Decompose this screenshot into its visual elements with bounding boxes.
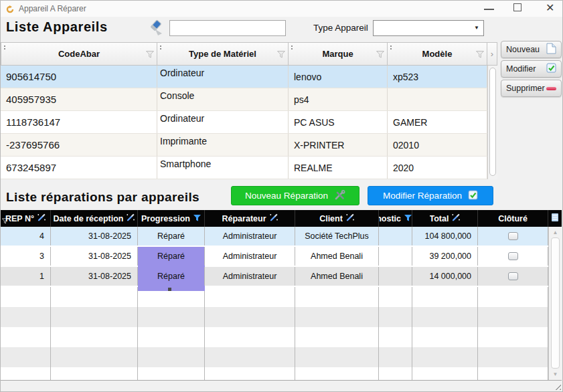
reparation-row[interactable]: 3 31-08-2025 Réparé Administrateur Ahmed… bbox=[1, 247, 562, 267]
edit-pencil-icon bbox=[452, 213, 460, 223]
column-header-total[interactable]: Total bbox=[412, 210, 478, 227]
appareil-row-selected[interactable]: 905614750 Ordinateur lenovo xp523 bbox=[1, 66, 497, 88]
close-icon[interactable]: ✕ bbox=[546, 2, 554, 14]
appareils-vertical-scrollbar[interactable] bbox=[487, 66, 497, 179]
column-header-client[interactable]: Client bbox=[295, 210, 379, 227]
column-label: Marque bbox=[322, 49, 353, 59]
cell-diagnostic[interactable] bbox=[379, 227, 412, 246]
appareil-row[interactable]: 1118736147 Ordinateur PC ASUS GAMER bbox=[1, 111, 497, 134]
column-header-modele[interactable]: Modèle bbox=[388, 42, 487, 66]
filter-funnel-icon[interactable] bbox=[146, 50, 154, 60]
cell-selection-extension bbox=[138, 287, 205, 291]
cell-date-reception[interactable]: 31-08-2025 bbox=[51, 227, 138, 246]
cell-date-reception[interactable]: 31-08-2025 bbox=[51, 247, 138, 266]
column-header-progression[interactable]: Progression bbox=[138, 210, 205, 227]
scrollbar-thumb[interactable] bbox=[551, 237, 560, 369]
appareil-row[interactable]: -237695766 Imprimante X-PRINTER 02010 bbox=[1, 134, 497, 157]
appareil-row[interactable]: 405957935 Console ps4 bbox=[1, 88, 497, 111]
column-header-marque[interactable]: Marque bbox=[289, 42, 388, 66]
column-header-codeabar[interactable]: CodeAbar bbox=[1, 42, 157, 66]
reparations-vertical-scrollbar[interactable]: ▲ ▼ bbox=[548, 227, 562, 380]
title-bar[interactable]: Appareil A Réparer ✕ bbox=[1, 1, 562, 17]
nouveau-reparation-button[interactable]: Nouveau Réparation bbox=[231, 186, 359, 205]
filter-funnel-icon[interactable] bbox=[376, 50, 384, 60]
cell-client[interactable]: Ahmed Benali bbox=[295, 267, 379, 286]
column-header-rep-no[interactable]: REP N° bbox=[1, 210, 51, 227]
cell-progression-selected[interactable]: Réparé bbox=[138, 247, 205, 266]
drag-handle-icon bbox=[390, 45, 392, 47]
cell-marque: ps4 bbox=[289, 88, 388, 110]
edit-checklist-icon bbox=[546, 63, 556, 75]
cell-reparateur[interactable]: Administrateur bbox=[205, 247, 295, 266]
button-label: Modifier bbox=[506, 64, 536, 74]
filter-funnel-icon-active[interactable] bbox=[193, 214, 201, 223]
barcode-scanner-icon bbox=[147, 18, 165, 39]
search-input[interactable] bbox=[169, 20, 286, 36]
type-appareil-label: Type Appareil bbox=[313, 23, 368, 33]
column-header-type-materiel[interactable]: Type de Matériel bbox=[157, 42, 289, 66]
cell-cloture[interactable] bbox=[478, 227, 548, 246]
cloture-checkbox[interactable] bbox=[508, 232, 518, 240]
column-label: Réparateur bbox=[222, 214, 266, 223]
column-chooser-button[interactable] bbox=[548, 210, 562, 227]
app-icon bbox=[6, 4, 14, 16]
edit-pencil-icon bbox=[127, 213, 135, 223]
cell-client[interactable]: Société TechPlus bbox=[295, 227, 379, 246]
window-resize-grip[interactable] bbox=[554, 383, 561, 390]
fill-handle[interactable] bbox=[168, 288, 171, 291]
delete-minus-icon bbox=[546, 87, 556, 90]
edit-pencil-icon bbox=[270, 213, 278, 223]
reparation-row[interactable]: 1 31-08-2025 Réparé Administrateur Ahmed… bbox=[1, 267, 562, 287]
cell-client[interactable]: Ahmed Benali bbox=[295, 247, 379, 266]
cell-progression[interactable]: Réparé bbox=[138, 227, 205, 246]
grid-options-button[interactable]: › bbox=[487, 42, 497, 66]
cell-total[interactable]: 39 200,000 bbox=[412, 247, 478, 266]
column-header-diagnostic[interactable]: Diagnostic bbox=[379, 210, 412, 227]
cell-cloture[interactable] bbox=[478, 267, 548, 286]
cell-reparateur[interactable]: Administrateur bbox=[205, 267, 295, 286]
cell-progression-selected[interactable]: Réparé bbox=[138, 267, 205, 286]
edit-pencil-icon bbox=[346, 213, 354, 223]
cell-type: Smartphone bbox=[157, 157, 289, 179]
column-header-reparateur[interactable]: Réparateur bbox=[205, 210, 295, 227]
minimize-icon[interactable] bbox=[484, 9, 494, 10]
drag-handle-icon bbox=[4, 45, 5, 47]
reparations-grid-header: REP N° Date de réception Progression Rép… bbox=[1, 210, 562, 227]
edit-pencil-icon bbox=[37, 213, 46, 223]
scroll-up-icon[interactable]: ▲ bbox=[549, 229, 562, 235]
cell-total[interactable]: 14 000,000 bbox=[412, 267, 478, 286]
column-chooser-icon bbox=[552, 213, 558, 223]
maximize-icon[interactable] bbox=[513, 3, 521, 11]
cell-codeabar: -237695766 bbox=[1, 134, 157, 156]
cell-rep-no[interactable]: 4 bbox=[1, 227, 51, 246]
cell-reparateur[interactable]: Administrateur bbox=[205, 227, 295, 246]
appareils-grid: CodeAbar Type de Matériel Marque bbox=[1, 42, 497, 179]
scroll-down-icon[interactable]: ▼ bbox=[549, 371, 562, 377]
button-label: Modifier Réparation bbox=[383, 191, 462, 201]
cell-date-reception[interactable]: 31-08-2025 bbox=[51, 267, 138, 286]
appareil-row[interactable]: 673245897 Smartphone REALME 2020 bbox=[1, 157, 497, 179]
cell-modele bbox=[388, 88, 487, 110]
cell-diagnostic[interactable] bbox=[379, 247, 412, 266]
cell-diagnostic[interactable] bbox=[379, 267, 412, 286]
cloture-checkbox[interactable] bbox=[508, 252, 518, 260]
filter-funnel-icon[interactable] bbox=[277, 50, 285, 60]
button-label: Nouveau Réparation bbox=[245, 191, 328, 201]
reparation-row-selected[interactable]: 4 31-08-2025 Réparé Administrateur Socié… bbox=[1, 227, 562, 247]
nouveau-button[interactable]: Nouveau bbox=[501, 41, 562, 58]
cell-cloture[interactable] bbox=[478, 247, 548, 266]
filter-funnel-icon[interactable] bbox=[476, 50, 484, 60]
cell-rep-no[interactable]: 1 bbox=[1, 267, 51, 286]
filter-funnel-icon-active[interactable] bbox=[404, 214, 412, 223]
modifier-reparation-button[interactable]: Modifier Réparation bbox=[368, 186, 493, 205]
supprimer-button[interactable]: Supprimer bbox=[501, 80, 562, 97]
cell-rep-no[interactable]: 3 bbox=[1, 247, 51, 266]
column-header-date-reception[interactable]: Date de réception bbox=[51, 210, 138, 227]
type-appareil-dropdown[interactable]: ▼ bbox=[373, 20, 484, 36]
modifier-button[interactable]: Modifier bbox=[501, 60, 562, 78]
cell-total[interactable]: 104 800,000 bbox=[412, 227, 478, 246]
scrollbar-thumb[interactable] bbox=[489, 68, 496, 176]
column-header-cloture[interactable]: Clôturé bbox=[478, 210, 548, 227]
drag-handle-icon bbox=[291, 45, 293, 47]
cloture-checkbox[interactable] bbox=[508, 272, 518, 280]
